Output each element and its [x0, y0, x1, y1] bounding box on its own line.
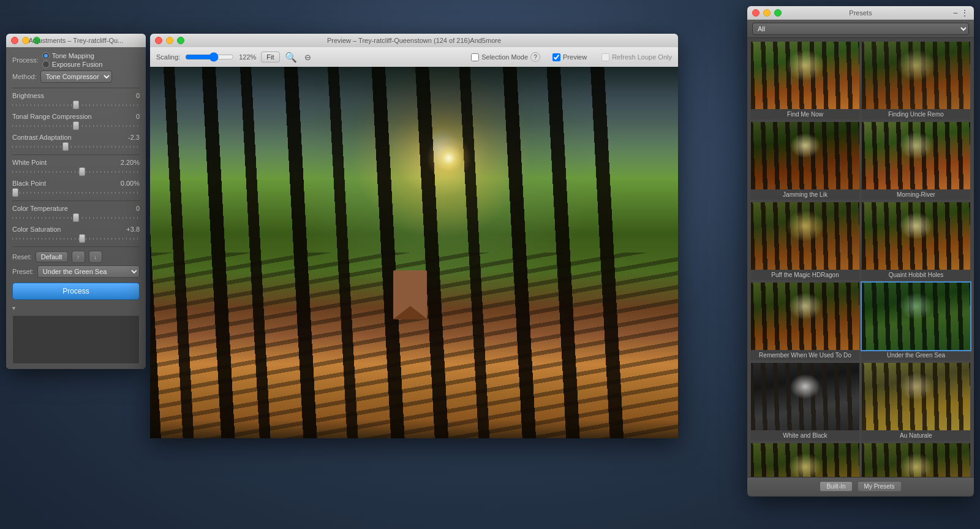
scaling-slider[interactable] [185, 52, 234, 62]
my-presets-tab[interactable]: My Presets [858, 481, 902, 492]
exposure-fusion-radio[interactable]: Exposure Fusion [42, 61, 103, 68]
contrast-header: Contrast Adaptation -2.3 [12, 134, 140, 141]
presets-maximize-btn[interactable] [774, 9, 782, 17]
scaling-label: Scaling: [156, 53, 180, 61]
tonal-range-value: 0 [136, 113, 140, 120]
adjustments-titlebar: Adjustments – Trey-ratcliff-Qu... [6, 34, 146, 47]
presets-filter-select[interactable]: All [752, 23, 969, 35]
presets-header: Presets − ⋮ [747, 6, 974, 20]
section-collapse-icon[interactable]: ▾ [12, 305, 140, 311]
refresh-checkbox[interactable] [601, 53, 609, 61]
zoom-out-icon[interactable]: ⊖ [302, 51, 314, 63]
preset-item-1[interactable]: Find Me Now [751, 42, 859, 120]
refresh-check-container: Refresh Loupe Only [601, 53, 672, 61]
preset-item-10[interactable]: Au Naturale [862, 363, 970, 441]
tonal-range-header: Tonal Range Compression 0 [12, 113, 140, 120]
white-point-header: White Point 2.20% [12, 159, 140, 166]
fit-button[interactable]: Fit [261, 51, 279, 63]
white-point-section: White Point 2.20% [12, 159, 140, 176]
tonal-range-label: Tonal Range Compression [12, 113, 92, 120]
preset-thumb-11 [751, 443, 859, 477]
process-radio-group: Tone Mapping Exposure Fusion [42, 52, 103, 68]
preset-thumb-12 [862, 443, 970, 477]
tone-mapping-label: Tone Mapping [52, 52, 94, 59]
contrast-thumb[interactable] [62, 142, 69, 151]
preset-item-11[interactable]: Beyond the Pale [751, 443, 859, 477]
preset-row: Preset: Under the Green Sea [12, 265, 140, 278]
preset-thumb-5 [751, 202, 859, 270]
white-point-slider[interactable] [12, 167, 140, 176]
presets-minus-icon[interactable]: − [953, 8, 958, 18]
selection-mode-container: Selection Mode ? [471, 52, 540, 62]
preset-label-1: Find Me Now [751, 109, 859, 120]
zoom-in-icon[interactable]: 🔍 [285, 51, 297, 63]
preview-thumbnail [12, 315, 140, 364]
preview-maximize-btn[interactable] [177, 37, 184, 44]
preset-item-12[interactable]: Bob Ross Has Not Left the Building [862, 443, 970, 477]
preset-label: Preset: [12, 268, 34, 275]
preview-close-btn[interactable] [155, 37, 162, 44]
tone-mapping-radio[interactable]: Tone Mapping [42, 52, 103, 59]
brightness-label: Brightness [12, 92, 44, 99]
load-preset-icon[interactable]: ↓ [89, 251, 102, 263]
default-button[interactable]: Default [36, 251, 68, 262]
colorsat-thumb[interactable] [79, 234, 85, 243]
divider-4 [12, 246, 140, 247]
white-thumb[interactable] [79, 167, 85, 176]
black-point-slider[interactable] [12, 188, 140, 197]
color-temp-value: 0 [136, 205, 140, 212]
white-track-bg [12, 171, 140, 173]
preset-select[interactable]: Under the Green Sea [37, 265, 140, 278]
black-point-value: 0.00% [121, 180, 140, 187]
built-in-tab[interactable]: Built-In [820, 481, 852, 492]
brightness-thumb[interactable] [73, 101, 79, 109]
process-label: Process: [12, 56, 39, 64]
color-temp-section: Color Temperature 0 [12, 205, 140, 222]
preset-item-5[interactable]: Puff the Magic HDRagon [751, 202, 859, 280]
presets-toolbar-icons: − ⋮ [953, 8, 969, 18]
adjustments-title: Adjustments – Trey-ratcliff-Qu... [29, 37, 123, 44]
preset-item-3[interactable]: Jamming the Lik [751, 122, 859, 200]
contrast-slider[interactable] [12, 142, 140, 151]
brightness-section: Brightness 0 [12, 92, 140, 109]
preview-checkbox[interactable] [552, 53, 560, 61]
preset-item-8[interactable]: Under the Green Sea [862, 283, 970, 360]
tonal-thumb[interactable] [73, 121, 79, 130]
black-thumb[interactable] [12, 188, 18, 197]
method-select[interactable]: Tone Compressor [40, 70, 112, 83]
preset-label-7: Remember When We Used To Do [751, 350, 859, 360]
preview-minimize-btn[interactable] [166, 37, 173, 44]
colortemp-thumb[interactable] [73, 213, 79, 222]
tonal-range-slider[interactable] [12, 121, 140, 130]
preset-item-9[interactable]: White and Black [751, 363, 859, 441]
method-row: Method: Tone Compressor [12, 70, 140, 83]
preview-image [150, 67, 678, 438]
preset-item-4[interactable]: Morning-River [862, 122, 970, 200]
shed-roof [393, 306, 428, 319]
save-preset-icon[interactable]: ↑ [72, 251, 85, 263]
preset-item-6[interactable]: Quaint Hobbit Holes [862, 202, 970, 280]
preview-window-controls [155, 37, 184, 44]
color-sat-slider[interactable] [12, 234, 140, 243]
selection-mode-checkbox[interactable] [471, 53, 479, 61]
brightness-slider[interactable] [12, 101, 140, 109]
color-temp-label: Color Temperature [12, 205, 68, 212]
preset-item-7[interactable]: Remember When We Used To Do [751, 283, 859, 360]
close-btn[interactable] [11, 37, 18, 44]
presets-more-icon[interactable]: ⋮ [960, 8, 969, 18]
color-sat-section: Color Saturation +3.8 [12, 226, 140, 243]
sun-burst [424, 134, 473, 183]
preset-label-5: Puff the Magic HDRagon [751, 270, 859, 280]
preview-main [150, 67, 678, 438]
help-icon[interactable]: ? [530, 52, 540, 62]
black-point-section: Black Point 0.00% [12, 180, 140, 197]
color-temp-slider[interactable] [12, 213, 140, 222]
presets-close-btn[interactable] [752, 9, 760, 17]
presets-minimize-btn[interactable] [763, 9, 771, 17]
process-button[interactable]: Process [12, 283, 140, 300]
preset-label-9: White and Black [751, 430, 859, 441]
color-sat-label: Color Saturation [12, 226, 61, 233]
preset-thumb-10 [862, 363, 970, 430]
contrast-section: Contrast Adaptation -2.3 [12, 134, 140, 151]
preset-item-2[interactable]: Finding Uncle Remo [862, 42, 970, 120]
